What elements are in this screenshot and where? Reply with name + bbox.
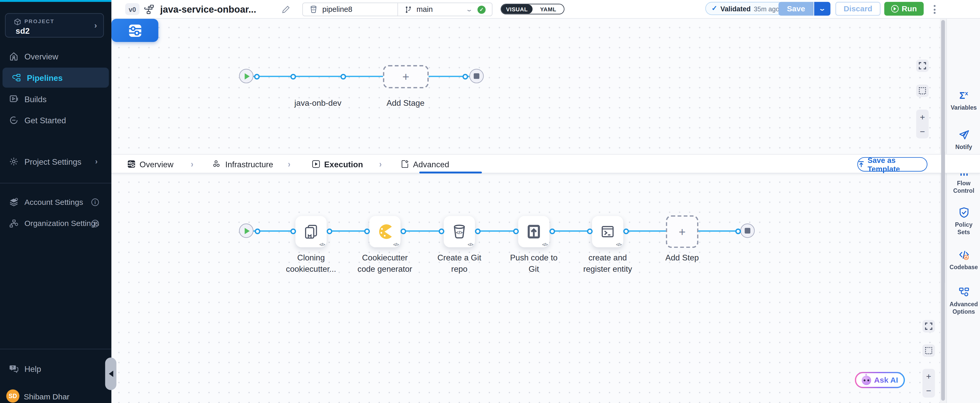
user-avatar[interactable]: SD (6, 389, 19, 403)
overview-tab-icon (127, 159, 136, 168)
step-label: Cloningcookiecutter... (275, 252, 347, 275)
sidebar-item-get-started[interactable]: Get Started (0, 110, 111, 130)
ai-robot-icon (862, 376, 871, 385)
tab-overview[interactable]: Overview (127, 155, 173, 174)
sidebar-item-overview[interactable]: Overview (0, 46, 111, 66)
step-create-register-entity[interactable]: </> (592, 216, 624, 247)
chevron-down-icon: ⌄ (466, 6, 473, 12)
step-push-code-to-git[interactable]: </> (518, 216, 549, 247)
selection-zoom-button[interactable] (923, 344, 935, 357)
add-stage-button[interactable]: + (383, 65, 429, 88)
execution-start-node (239, 224, 253, 238)
chevron-down-icon: ⌄ (818, 6, 826, 12)
save-as-template-button[interactable]: Save as Template (857, 157, 927, 172)
more-options-kebab[interactable] (931, 3, 938, 16)
svg-text:?: ? (11, 366, 14, 370)
sidebar-item-pipelines[interactable]: Pipelines (3, 68, 109, 88)
svg-text:</>: </> (312, 8, 316, 11)
builds-icon (9, 94, 19, 104)
port (254, 74, 260, 80)
account-layers-icon (9, 197, 19, 207)
rail-item-advanced-options[interactable]: AdvancedOptions (947, 286, 980, 315)
sidebar-item-organization-settings[interactable]: Organization Settings i (0, 213, 111, 234)
sidebar-item-project-settings[interactable]: Project Settings › (0, 151, 111, 172)
codebase-icon (958, 249, 970, 261)
port (549, 229, 555, 234)
step-cloning-cookiecutter[interactable]: </> (295, 216, 327, 247)
ask-ai-button[interactable]: Ask AI (855, 372, 905, 388)
add-step-button[interactable]: + (666, 215, 698, 248)
left-sidebar: PROJECT sd2 › Overview Pipelines (0, 0, 111, 403)
zoom-group: + − (916, 110, 929, 139)
sidebar-item-builds[interactable]: Builds (0, 89, 111, 109)
zoom-out-button[interactable]: − (923, 383, 935, 398)
canvas-scrollbar[interactable] (941, 20, 945, 401)
port (513, 229, 519, 234)
project-selector[interactable]: PROJECT sd2 › (5, 13, 103, 38)
toggle-visual[interactable]: VISUAL (501, 4, 533, 14)
rail-item-policy-sets[interactable]: PolicySets (947, 207, 980, 236)
port (290, 229, 296, 234)
marquee-select-icon (919, 87, 926, 94)
pipeline-select[interactable]: </> pipeline8 (303, 3, 397, 16)
plus-icon: + (402, 71, 409, 83)
stage-canvas[interactable]: </> + java-onb-dev Add Stage + − (111, 19, 942, 154)
validated-badge[interactable]: ✓ Validated 35m ago (705, 2, 786, 15)
user-name: Shibam Dhar (24, 392, 69, 401)
edit-pencil-icon[interactable] (282, 5, 290, 14)
stage-label: java-onb-dev (283, 98, 352, 109)
port (475, 229, 481, 234)
selection-zoom-button[interactable] (916, 84, 929, 97)
info-icon[interactable]: i (91, 198, 99, 206)
get-started-icon (9, 115, 19, 125)
fullscreen-button[interactable] (923, 320, 935, 333)
port (340, 74, 346, 80)
push-upload-icon (526, 224, 542, 240)
info-icon[interactable]: i (91, 220, 99, 227)
visual-yaml-toggle[interactable]: VISUAL YAML (501, 4, 564, 14)
fullscreen-button[interactable] (916, 59, 929, 72)
rail-item-notify[interactable]: Notify (947, 129, 980, 151)
add-step-label: Add Step (648, 252, 717, 263)
play-icon (244, 228, 249, 234)
pipeline-file-icon: </> (309, 5, 318, 14)
port (255, 229, 260, 234)
tab-execution[interactable]: Execution (312, 155, 363, 174)
yaml-code-badge: </> (934, 149, 940, 153)
play-icon (244, 73, 249, 79)
infrastructure-tab-icon (213, 159, 221, 168)
execution-canvas[interactable]: </> </> </> </> (111, 174, 942, 403)
port (290, 74, 296, 80)
toggle-yaml[interactable]: YAML (533, 4, 564, 14)
step-create-git-repo[interactable]: </> </> (444, 216, 475, 247)
advanced-options-icon (958, 286, 970, 298)
stage-node-java-onb-dev[interactable]: </> (111, 19, 158, 42)
tab-advanced[interactable]: Advanced (401, 155, 449, 174)
step-cookiecutter-generator[interactable]: </> (369, 216, 401, 247)
chevron-right-icon: › (94, 21, 97, 30)
sidebar-collapse-handle[interactable] (105, 357, 116, 390)
rail-item-variables[interactable]: Σx Variables (947, 88, 980, 112)
chevron-right-icon: › (95, 157, 98, 166)
port (327, 229, 332, 234)
ask-ai-label: Ask AI (874, 376, 898, 384)
tab-separator-chevron: › (288, 159, 290, 169)
pipeline-graph-icon (143, 4, 154, 15)
zoom-in-button[interactable]: + (923, 369, 935, 383)
save-button[interactable]: Save (779, 2, 814, 16)
zoom-in-button[interactable]: + (916, 110, 929, 124)
execution-tab-icon (312, 159, 320, 168)
zoom-out-button[interactable]: − (916, 124, 929, 139)
check-icon: ✓ (711, 4, 717, 13)
run-button[interactable]: Run (884, 2, 924, 16)
tab-infrastructure[interactable]: Infrastructure (213, 155, 273, 174)
marquee-select-icon (925, 347, 932, 354)
sidebar-item-account-settings[interactable]: Account Settings i (0, 192, 111, 212)
rail-item-codebase[interactable]: Codebase (947, 249, 980, 271)
help-chat-icon: ? (9, 364, 19, 374)
project-name: sd2 (16, 26, 30, 35)
branch-select[interactable]: main ⌄ ✓ (398, 3, 492, 16)
discard-button[interactable]: Discard (835, 2, 880, 16)
sidebar-item-help[interactable]: ? Help (0, 359, 111, 379)
save-options-button[interactable]: ⌄ (814, 2, 830, 16)
